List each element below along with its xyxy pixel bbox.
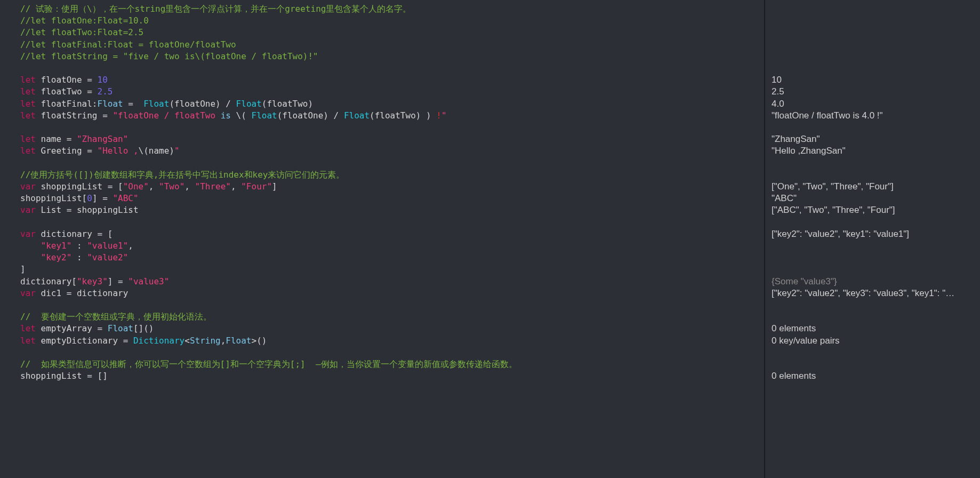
- result-value: 0 elements: [772, 323, 974, 334]
- result-value: {Some "value3"}: [772, 276, 974, 288]
- keyword-let: let: [20, 134, 41, 144]
- comment-line: //使用方括号([])创建数组和字典,并在括号中写出index和key来访问它们…: [20, 170, 345, 180]
- result-value: "ZhangSan": [772, 133, 974, 145]
- comment-line: //let floatOne:Float=10.0: [20, 15, 149, 26]
- result-value: 0 key/value pairs: [772, 335, 974, 347]
- comment-line: // 试验：使用（\），在一个string里包含一个浮点计算，并在一个greet…: [20, 4, 411, 14]
- keyword-let: let: [20, 323, 41, 333]
- keyword-var: var: [20, 288, 41, 298]
- keyword-var: var: [20, 181, 41, 192]
- keyword-let: let: [20, 99, 41, 109]
- keyword-let: let: [20, 110, 41, 121]
- comment-line: //let floatFinal:Float = floatOne/floatT…: [20, 39, 236, 50]
- result-value: 10: [772, 74, 974, 86]
- keyword-let: let: [20, 86, 41, 97]
- keyword-var: var: [20, 205, 41, 215]
- results-sidebar: 10 2.5 4.0 "floatOne / floatTwo is 4.0 !…: [764, 0, 980, 478]
- result-value: 0 elements: [772, 370, 974, 382]
- result-value: ["One", "Two", "Three", "Four"]: [772, 181, 974, 193]
- keyword-var: var: [20, 229, 41, 239]
- result-value: ["ABC", "Two", "Three", "Four"]: [772, 204, 974, 216]
- result-value: 4.0: [772, 98, 974, 110]
- keyword-let: let: [20, 336, 41, 346]
- result-value: "ABC": [772, 193, 974, 204]
- keyword-let: let: [20, 146, 41, 156]
- comment-line: //let floatTwo:Float=2.5: [20, 27, 143, 37]
- result-value: "Hello ,ZhangSan": [772, 145, 974, 157]
- comment-line: // 如果类型信息可以推断，你可以写一个空数组为[]和一个空字典为[;] —例如…: [20, 359, 517, 369]
- result-value: "floatOne / floatTwo is 4.0 !": [772, 110, 974, 122]
- result-value: 2.5: [772, 86, 974, 98]
- comment-line: // 要创建一个空数组或字典，使用初始化语法。: [20, 312, 212, 322]
- result-value: ["key2": "value2", "key1": "value1"]: [772, 228, 974, 240]
- code-editor[interactable]: // 试验：使用（\），在一个string里包含一个浮点计算，并在一个greet…: [0, 0, 764, 478]
- comment-line: //let floatString = "five / two is\(floa…: [20, 51, 318, 61]
- keyword-let: let: [20, 75, 41, 85]
- result-value: ["key2": "value2", "key3": "value3", "ke…: [772, 288, 974, 299]
